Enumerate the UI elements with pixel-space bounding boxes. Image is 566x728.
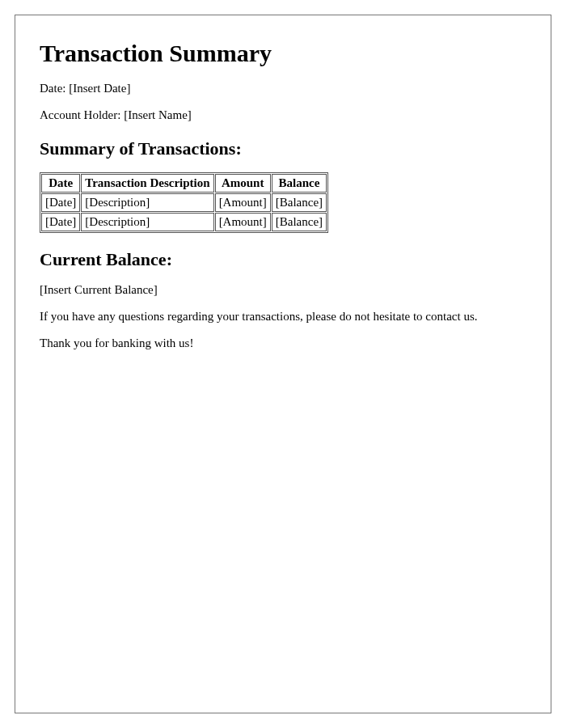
date-label: Date:	[40, 82, 69, 95]
date-value: [Insert Date]	[69, 82, 130, 95]
col-header-amount: Amount	[215, 174, 271, 193]
cell-desc: [Description]	[81, 193, 213, 212]
summary-heading: Summary of Transactions:	[40, 138, 526, 159]
col-header-desc: Transaction Description	[81, 174, 213, 193]
table-row: [Date] [Description] [Amount] [Balance]	[41, 213, 327, 231]
cell-date: [Date]	[41, 213, 80, 231]
table-header-row: Date Transaction Description Amount Bala…	[41, 174, 327, 193]
holder-line: Account Holder: [Insert Name]	[40, 108, 526, 122]
col-header-balance: Balance	[272, 174, 327, 193]
current-balance-value: [Insert Current Balance]	[40, 283, 526, 297]
cell-amount: [Amount]	[215, 213, 271, 231]
cell-balance: [Balance]	[272, 193, 327, 212]
cell-desc: [Description]	[81, 213, 213, 231]
document-sheet: Transaction Summary Date: [Insert Date] …	[15, 15, 551, 713]
holder-label: Account Holder:	[40, 108, 124, 121]
footer-questions: If you have any questions regarding your…	[40, 310, 526, 324]
current-balance-heading: Current Balance:	[40, 249, 526, 270]
cell-date: [Date]	[41, 193, 80, 212]
footer-thankyou: Thank you for banking with us!	[40, 336, 526, 350]
transactions-table: Date Transaction Description Amount Bala…	[40, 172, 328, 233]
cell-balance: [Balance]	[272, 213, 327, 231]
holder-value: [Insert Name]	[124, 108, 192, 121]
date-line: Date: [Insert Date]	[40, 82, 526, 95]
page-title: Transaction Summary	[40, 40, 526, 67]
cell-amount: [Amount]	[215, 193, 271, 212]
table-row: [Date] [Description] [Amount] [Balance]	[41, 193, 327, 212]
col-header-date: Date	[41, 174, 80, 193]
